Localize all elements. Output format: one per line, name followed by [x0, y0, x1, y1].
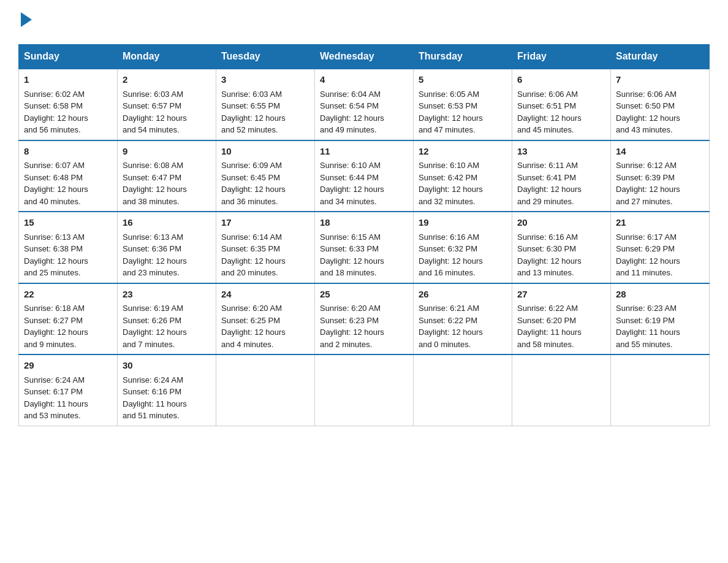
calendar-cell [414, 354, 512, 426]
day-number: 21 [616, 216, 704, 230]
weekday-header-monday: Monday [118, 45, 216, 69]
calendar-cell [611, 354, 710, 426]
calendar-cell: 27 Sunrise: 6:22 AM Sunset: 6:20 PM Dayl… [512, 283, 611, 355]
cell-sunset: Sunset: 6:20 PM [517, 316, 576, 325]
cell-sunset: Sunset: 6:53 PM [419, 101, 477, 110]
calendar-cell: 8 Sunrise: 6:07 AM Sunset: 6:48 PM Dayli… [19, 140, 118, 212]
day-number: 18 [320, 216, 408, 230]
cell-daylight: Daylight: 12 hoursand 13 minutes. [517, 256, 582, 278]
day-number: 9 [123, 145, 211, 159]
calendar-cell: 29 Sunrise: 6:24 AM Sunset: 6:17 PM Dayl… [19, 354, 118, 426]
calendar-cell: 12 Sunrise: 6:10 AM Sunset: 6:42 PM Dayl… [414, 140, 512, 212]
calendar-cell: 1 Sunrise: 6:02 AM Sunset: 6:58 PM Dayli… [19, 69, 118, 140]
calendar-cell: 30 Sunrise: 6:24 AM Sunset: 6:16 PM Dayl… [118, 354, 216, 426]
cell-sunrise: Sunrise: 6:13 AM [123, 232, 183, 242]
cell-sunset: Sunset: 6:50 PM [616, 101, 675, 110]
day-number: 14 [616, 145, 704, 159]
cell-daylight: Daylight: 12 hoursand 27 minutes. [616, 185, 680, 206]
cell-sunset: Sunset: 6:41 PM [517, 173, 576, 182]
cell-sunrise: Sunrise: 6:15 AM [320, 232, 381, 242]
calendar-cell: 22 Sunrise: 6:18 AM Sunset: 6:27 PM Dayl… [19, 283, 118, 355]
day-number: 6 [517, 73, 605, 87]
calendar-week-5: 29 Sunrise: 6:24 AM Sunset: 6:17 PM Dayl… [19, 354, 710, 426]
cell-sunrise: Sunrise: 6:18 AM [24, 304, 85, 313]
cell-daylight: Daylight: 12 hoursand 7 minutes. [123, 327, 187, 349]
cell-daylight: Daylight: 12 hoursand 18 minutes. [320, 256, 384, 278]
cell-daylight: Daylight: 12 hoursand 23 minutes. [123, 256, 187, 278]
calendar-week-3: 15 Sunrise: 6:13 AM Sunset: 6:38 PM Dayl… [19, 212, 710, 283]
cell-sunrise: Sunrise: 6:03 AM [123, 90, 183, 99]
calendar-cell [216, 354, 315, 426]
cell-sunset: Sunset: 6:27 PM [24, 316, 83, 325]
day-number: 20 [517, 216, 605, 230]
cell-sunset: Sunset: 6:44 PM [320, 173, 379, 182]
cell-sunrise: Sunrise: 6:10 AM [419, 161, 479, 170]
cell-sunset: Sunset: 6:48 PM [24, 173, 83, 182]
cell-sunset: Sunset: 6:55 PM [221, 101, 280, 110]
day-number: 12 [419, 145, 507, 159]
day-number: 28 [616, 288, 704, 302]
cell-sunset: Sunset: 6:47 PM [123, 173, 181, 182]
cell-sunset: Sunset: 6:33 PM [320, 244, 379, 253]
calendar-cell: 14 Sunrise: 6:12 AM Sunset: 6:39 PM Dayl… [611, 140, 710, 212]
cell-daylight: Daylight: 11 hoursand 53 minutes. [24, 399, 88, 421]
cell-sunrise: Sunrise: 6:08 AM [123, 161, 183, 170]
weekday-header-wednesday: Wednesday [315, 45, 414, 69]
cell-sunrise: Sunrise: 6:19 AM [123, 304, 183, 313]
calendar-cell: 11 Sunrise: 6:10 AM Sunset: 6:44 PM Dayl… [315, 140, 414, 212]
calendar-cell: 2 Sunrise: 6:03 AM Sunset: 6:57 PM Dayli… [118, 69, 216, 140]
cell-sunrise: Sunrise: 6:06 AM [517, 90, 578, 99]
cell-daylight: Daylight: 12 hoursand 34 minutes. [320, 185, 384, 206]
day-number: 2 [123, 73, 211, 87]
cell-sunrise: Sunrise: 6:16 AM [517, 232, 578, 242]
calendar-cell [315, 354, 414, 426]
cell-daylight: Daylight: 12 hoursand 0 minutes. [419, 327, 483, 349]
cell-daylight: Daylight: 12 hoursand 45 minutes. [517, 113, 582, 135]
day-number: 17 [221, 216, 309, 230]
day-number: 8 [24, 145, 112, 159]
cell-sunset: Sunset: 6:54 PM [320, 101, 379, 110]
cell-sunrise: Sunrise: 6:12 AM [616, 161, 677, 170]
cell-sunrise: Sunrise: 6:16 AM [419, 232, 479, 242]
cell-sunrise: Sunrise: 6:24 AM [123, 375, 183, 385]
cell-sunset: Sunset: 6:51 PM [517, 101, 576, 110]
day-number: 26 [419, 288, 507, 302]
cell-sunset: Sunset: 6:25 PM [221, 316, 280, 325]
calendar-cell: 6 Sunrise: 6:06 AM Sunset: 6:51 PM Dayli… [512, 69, 611, 140]
cell-sunrise: Sunrise: 6:22 AM [517, 304, 578, 313]
cell-sunrise: Sunrise: 6:24 AM [24, 375, 85, 385]
calendar-cell: 7 Sunrise: 6:06 AM Sunset: 6:50 PM Dayli… [611, 69, 710, 140]
calendar-cell: 19 Sunrise: 6:16 AM Sunset: 6:32 PM Dayl… [414, 212, 512, 283]
cell-daylight: Daylight: 11 hoursand 51 minutes. [123, 399, 187, 421]
cell-daylight: Daylight: 12 hoursand 47 minutes. [419, 113, 483, 135]
cell-sunrise: Sunrise: 6:10 AM [320, 161, 381, 170]
cell-daylight: Daylight: 12 hoursand 9 minutes. [24, 327, 88, 349]
calendar-cell: 20 Sunrise: 6:16 AM Sunset: 6:30 PM Dayl… [512, 212, 611, 283]
calendar-cell: 26 Sunrise: 6:21 AM Sunset: 6:22 PM Dayl… [414, 283, 512, 355]
calendar-cell: 18 Sunrise: 6:15 AM Sunset: 6:33 PM Dayl… [315, 212, 414, 283]
weekday-header-tuesday: Tuesday [216, 45, 315, 69]
cell-daylight: Daylight: 12 hoursand 54 minutes. [123, 113, 187, 135]
cell-sunset: Sunset: 6:35 PM [221, 244, 280, 253]
cell-sunrise: Sunrise: 6:21 AM [419, 304, 479, 313]
calendar-cell: 10 Sunrise: 6:09 AM Sunset: 6:45 PM Dayl… [216, 140, 315, 212]
calendar-table: SundayMondayTuesdayWednesdayThursdayFrid… [18, 44, 710, 426]
cell-sunset: Sunset: 6:16 PM [123, 387, 181, 396]
calendar-cell: 25 Sunrise: 6:20 AM Sunset: 6:23 PM Dayl… [315, 283, 414, 355]
day-number: 27 [517, 288, 605, 302]
calendar-week-2: 8 Sunrise: 6:07 AM Sunset: 6:48 PM Dayli… [19, 140, 710, 212]
cell-sunset: Sunset: 6:42 PM [419, 173, 477, 182]
calendar-cell: 17 Sunrise: 6:14 AM Sunset: 6:35 PM Dayl… [216, 212, 315, 283]
logo [18, 12, 32, 32]
cell-daylight: Daylight: 12 hoursand 49 minutes. [320, 113, 384, 135]
calendar-cell: 23 Sunrise: 6:19 AM Sunset: 6:26 PM Dayl… [118, 283, 216, 355]
day-number: 7 [616, 73, 704, 87]
calendar-cell: 5 Sunrise: 6:05 AM Sunset: 6:53 PM Dayli… [414, 69, 512, 140]
day-number: 13 [517, 145, 605, 159]
cell-daylight: Daylight: 12 hoursand 52 minutes. [221, 113, 286, 135]
cell-sunset: Sunset: 6:30 PM [517, 244, 576, 253]
cell-daylight: Daylight: 12 hoursand 20 minutes. [221, 256, 286, 278]
cell-sunrise: Sunrise: 6:20 AM [221, 304, 282, 313]
cell-daylight: Daylight: 12 hoursand 36 minutes. [221, 185, 286, 206]
cell-sunset: Sunset: 6:38 PM [24, 244, 83, 253]
